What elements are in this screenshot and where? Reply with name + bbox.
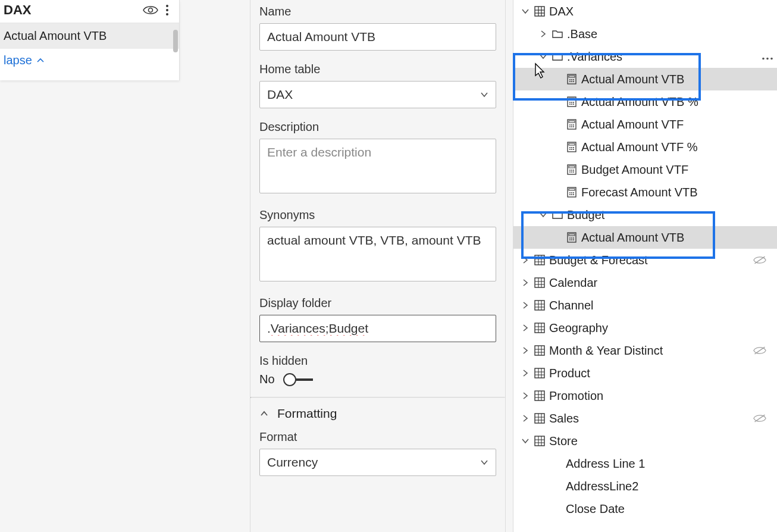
chevron-right-icon [521, 255, 530, 265]
tree-label: Month & Year Distinct [549, 344, 663, 358]
tree-measure[interactable]: Budget Amount VTF [513, 158, 777, 181]
description-label: Description [259, 120, 496, 134]
tree-table[interactable]: Sales [513, 407, 777, 430]
svg-point-23 [571, 102, 572, 103]
tree-table[interactable]: Budget & Forecast [513, 249, 777, 271]
tree-measure[interactable]: Actual Amount VTB [513, 68, 777, 90]
chevron-down-icon [538, 210, 548, 220]
svg-point-48 [573, 170, 574, 171]
tree-table[interactable]: Calendar [513, 271, 777, 294]
more-options-icon[interactable] [762, 50, 773, 64]
tree-column[interactable]: AddressLine2 [513, 475, 777, 497]
format-value: Currency [267, 455, 318, 469]
tree-table[interactable]: Month & Year Distinct [513, 339, 777, 362]
tree-folder-variances[interactable]: .Variances [513, 45, 777, 68]
tree-folder-base[interactable]: .Base [513, 23, 777, 45]
chevron-right-icon [521, 301, 530, 310]
measure-icon [566, 164, 578, 176]
table-icon [534, 367, 546, 379]
measure-icon [566, 96, 578, 108]
svg-point-59 [573, 194, 574, 195]
tree-label: Sales [549, 412, 579, 425]
tree-measure[interactable]: Actual Amount VTF [513, 113, 777, 136]
is-hidden-label: Is hidden [259, 354, 496, 368]
table-icon [534, 277, 546, 289]
svg-point-16 [573, 79, 574, 80]
tree-measure[interactable]: Actual Amount VTB [513, 226, 777, 249]
svg-point-43 [573, 149, 574, 150]
synonyms-input[interactable] [259, 227, 496, 281]
svg-point-2 [166, 9, 168, 11]
tree-label: Budget Amount VTF [581, 163, 688, 177]
chevron-up-icon [259, 409, 269, 418]
is-hidden-toggle[interactable] [283, 373, 313, 386]
tree-table[interactable]: Product [513, 362, 777, 384]
table-icon [534, 435, 546, 447]
svg-rect-53 [569, 189, 575, 190]
folder-icon [552, 51, 563, 62]
tree-label: AddressLine2 [566, 480, 638, 493]
svg-point-15 [571, 79, 572, 80]
svg-rect-100 [535, 391, 544, 400]
tree-table-dax[interactable]: DAX [513, 0, 777, 23]
tree-label: Actual Amount VTB [581, 73, 684, 86]
svg-point-49 [569, 171, 571, 173]
tree-table[interactable]: Channel [513, 294, 777, 317]
tree-label: Close Date [566, 502, 625, 516]
tree-table[interactable]: Geography [513, 317, 777, 339]
tree-label: Address Line 1 [566, 457, 645, 471]
scrollbar-thumb[interactable] [173, 30, 178, 52]
svg-point-24 [573, 102, 574, 103]
description-input[interactable] [259, 139, 496, 193]
svg-point-67 [573, 239, 574, 240]
home-table-select[interactable]: DAX [259, 81, 496, 108]
svg-point-27 [573, 104, 574, 105]
visibility-icon[interactable] [142, 5, 159, 15]
table-icon [534, 5, 546, 17]
formatting-section-header[interactable]: Formatting [250, 398, 505, 429]
svg-rect-74 [535, 278, 544, 287]
svg-point-47 [571, 170, 572, 171]
svg-rect-21 [569, 98, 575, 100]
tree-table[interactable]: Promotion [513, 384, 777, 407]
svg-point-32 [573, 124, 574, 126]
name-input[interactable] [259, 23, 496, 51]
fields-title: DAX [4, 2, 142, 18]
svg-point-0 [149, 8, 153, 12]
tree-folder-budget[interactable]: Budget [513, 204, 777, 226]
fields-list-panel: DAX Actual Amount VTB lapse [0, 0, 180, 80]
folder-icon [552, 28, 563, 40]
svg-point-10 [766, 58, 769, 60]
more-options-icon[interactable] [159, 4, 176, 16]
table-icon [534, 322, 546, 334]
name-label: Name [259, 5, 496, 18]
svg-point-42 [571, 149, 572, 150]
svg-point-26 [571, 104, 572, 105]
field-item[interactable]: Actual Amount VTB [0, 23, 179, 49]
chevron-down-icon [538, 52, 548, 61]
tree-column[interactable]: Address Line 1 [513, 452, 777, 475]
tree-measure[interactable]: Forecast Amount VTB [513, 181, 777, 204]
measure-icon [566, 186, 578, 198]
svg-point-64 [573, 237, 574, 239]
tree-label: Actual Amount VTB % [581, 95, 698, 109]
tree-measure[interactable]: Actual Amount VTF % [513, 136, 777, 158]
svg-rect-37 [569, 143, 575, 145]
format-select[interactable]: Currency [259, 449, 496, 476]
chevron-down-icon [521, 7, 530, 16]
svg-point-33 [569, 126, 571, 127]
tree-measure[interactable]: Actual Amount VTB % [513, 90, 777, 113]
tree-table-store[interactable]: Store [513, 430, 777, 452]
chevron-right-icon [521, 414, 530, 423]
svg-point-58 [571, 194, 572, 195]
hidden-icon [753, 255, 766, 265]
display-folder-input[interactable] [259, 315, 496, 342]
collapse-link[interactable]: lapse [0, 49, 179, 72]
tree-column[interactable]: Close Date [513, 497, 777, 520]
measure-icon [566, 118, 578, 130]
svg-point-22 [569, 102, 571, 103]
tree-label: Forecast Amount VTB [581, 186, 698, 199]
svg-point-14 [569, 79, 571, 80]
tree-label: Budget & Forecast [549, 254, 648, 267]
measure-icon [566, 141, 578, 153]
